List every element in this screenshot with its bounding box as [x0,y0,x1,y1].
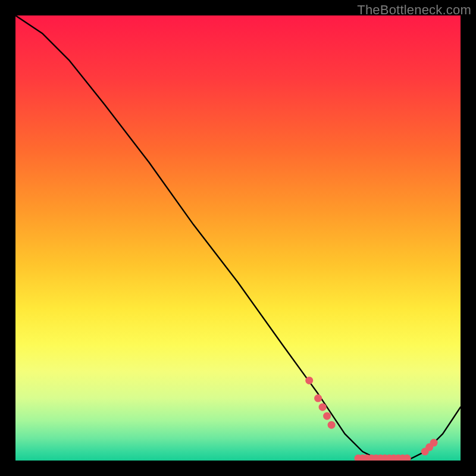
marker-dot [328,421,336,429]
marker-dot [323,412,331,420]
bottleneck-curve [15,15,461,461]
marker-dot [430,439,438,447]
gradient-plot-area [15,15,461,461]
marker-dot [305,377,313,384]
marker-dot [314,394,322,402]
watermark-text: TheBottleneck.com [357,2,471,18]
bottleneck-curve-svg [15,15,461,461]
chart-frame: TheBottleneck.com [0,0,476,476]
optimal-range-markers [305,377,437,461]
marker-dot [319,403,327,411]
